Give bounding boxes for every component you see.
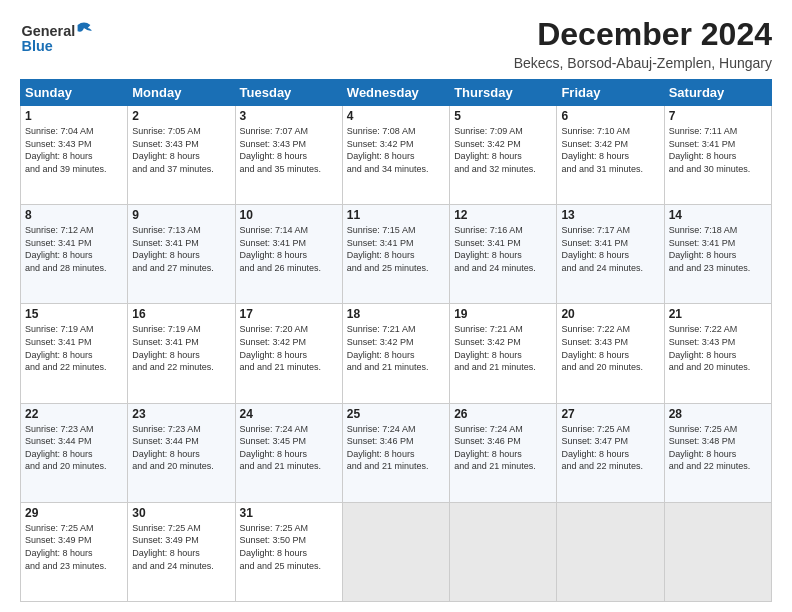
day-number: 19 bbox=[454, 307, 552, 321]
day-info: Sunrise: 7:11 AMSunset: 3:41 PMDaylight:… bbox=[669, 125, 767, 175]
day-number: 2 bbox=[132, 109, 230, 123]
day-info: Sunrise: 7:24 AMSunset: 3:46 PMDaylight:… bbox=[347, 423, 445, 473]
table-row bbox=[557, 502, 664, 601]
table-row: 29 Sunrise: 7:25 AMSunset: 3:49 PMDaylig… bbox=[21, 502, 128, 601]
day-number: 21 bbox=[669, 307, 767, 321]
day-info: Sunrise: 7:24 AMSunset: 3:45 PMDaylight:… bbox=[240, 423, 338, 473]
header-row: Sunday Monday Tuesday Wednesday Thursday… bbox=[21, 80, 772, 106]
day-number: 3 bbox=[240, 109, 338, 123]
table-row: 11 Sunrise: 7:15 AMSunset: 3:41 PMDaylig… bbox=[342, 205, 449, 304]
day-info: Sunrise: 7:25 AMSunset: 3:47 PMDaylight:… bbox=[561, 423, 659, 473]
title-area: December 2024 Bekecs, Borsod-Abauj-Zempl… bbox=[514, 16, 772, 71]
day-info: Sunrise: 7:24 AMSunset: 3:46 PMDaylight:… bbox=[454, 423, 552, 473]
table-row: 17 Sunrise: 7:20 AMSunset: 3:42 PMDaylig… bbox=[235, 304, 342, 403]
header: General Blue December 2024 Bekecs, Borso… bbox=[20, 16, 772, 71]
table-row: 23 Sunrise: 7:23 AMSunset: 3:44 PMDaylig… bbox=[128, 403, 235, 502]
col-saturday: Saturday bbox=[664, 80, 771, 106]
table-row bbox=[342, 502, 449, 601]
day-info: Sunrise: 7:08 AMSunset: 3:42 PMDaylight:… bbox=[347, 125, 445, 175]
calendar-week-1: 1 Sunrise: 7:04 AMSunset: 3:43 PMDayligh… bbox=[21, 106, 772, 205]
col-friday: Friday bbox=[557, 80, 664, 106]
table-row: 20 Sunrise: 7:22 AMSunset: 3:43 PMDaylig… bbox=[557, 304, 664, 403]
col-sunday: Sunday bbox=[21, 80, 128, 106]
day-number: 11 bbox=[347, 208, 445, 222]
table-row: 10 Sunrise: 7:14 AMSunset: 3:41 PMDaylig… bbox=[235, 205, 342, 304]
table-row: 16 Sunrise: 7:19 AMSunset: 3:41 PMDaylig… bbox=[128, 304, 235, 403]
table-row: 24 Sunrise: 7:24 AMSunset: 3:45 PMDaylig… bbox=[235, 403, 342, 502]
day-info: Sunrise: 7:20 AMSunset: 3:42 PMDaylight:… bbox=[240, 323, 338, 373]
table-row: 14 Sunrise: 7:18 AMSunset: 3:41 PMDaylig… bbox=[664, 205, 771, 304]
day-number: 17 bbox=[240, 307, 338, 321]
table-row: 15 Sunrise: 7:19 AMSunset: 3:41 PMDaylig… bbox=[21, 304, 128, 403]
table-row: 31 Sunrise: 7:25 AMSunset: 3:50 PMDaylig… bbox=[235, 502, 342, 601]
table-row: 7 Sunrise: 7:11 AMSunset: 3:41 PMDayligh… bbox=[664, 106, 771, 205]
table-row: 19 Sunrise: 7:21 AMSunset: 3:42 PMDaylig… bbox=[450, 304, 557, 403]
table-row: 22 Sunrise: 7:23 AMSunset: 3:44 PMDaylig… bbox=[21, 403, 128, 502]
day-info: Sunrise: 7:14 AMSunset: 3:41 PMDaylight:… bbox=[240, 224, 338, 274]
day-info: Sunrise: 7:16 AMSunset: 3:41 PMDaylight:… bbox=[454, 224, 552, 274]
table-row: 3 Sunrise: 7:07 AMSunset: 3:43 PMDayligh… bbox=[235, 106, 342, 205]
day-number: 20 bbox=[561, 307, 659, 321]
day-info: Sunrise: 7:25 AMSunset: 3:49 PMDaylight:… bbox=[25, 522, 123, 572]
table-row bbox=[664, 502, 771, 601]
day-number: 5 bbox=[454, 109, 552, 123]
day-info: Sunrise: 7:15 AMSunset: 3:41 PMDaylight:… bbox=[347, 224, 445, 274]
calendar-week-4: 22 Sunrise: 7:23 AMSunset: 3:44 PMDaylig… bbox=[21, 403, 772, 502]
svg-text:Blue: Blue bbox=[22, 38, 53, 54]
table-row: 4 Sunrise: 7:08 AMSunset: 3:42 PMDayligh… bbox=[342, 106, 449, 205]
day-number: 31 bbox=[240, 506, 338, 520]
day-number: 6 bbox=[561, 109, 659, 123]
table-row: 25 Sunrise: 7:24 AMSunset: 3:46 PMDaylig… bbox=[342, 403, 449, 502]
table-row: 2 Sunrise: 7:05 AMSunset: 3:43 PMDayligh… bbox=[128, 106, 235, 205]
table-row: 18 Sunrise: 7:21 AMSunset: 3:42 PMDaylig… bbox=[342, 304, 449, 403]
day-info: Sunrise: 7:05 AMSunset: 3:43 PMDaylight:… bbox=[132, 125, 230, 175]
day-info: Sunrise: 7:07 AMSunset: 3:43 PMDaylight:… bbox=[240, 125, 338, 175]
calendar-week-3: 15 Sunrise: 7:19 AMSunset: 3:41 PMDaylig… bbox=[21, 304, 772, 403]
table-row: 1 Sunrise: 7:04 AMSunset: 3:43 PMDayligh… bbox=[21, 106, 128, 205]
day-info: Sunrise: 7:22 AMSunset: 3:43 PMDaylight:… bbox=[669, 323, 767, 373]
table-row: 27 Sunrise: 7:25 AMSunset: 3:47 PMDaylig… bbox=[557, 403, 664, 502]
month-title: December 2024 bbox=[514, 16, 772, 53]
table-row: 5 Sunrise: 7:09 AMSunset: 3:42 PMDayligh… bbox=[450, 106, 557, 205]
table-row: 12 Sunrise: 7:16 AMSunset: 3:41 PMDaylig… bbox=[450, 205, 557, 304]
day-number: 30 bbox=[132, 506, 230, 520]
day-info: Sunrise: 7:19 AMSunset: 3:41 PMDaylight:… bbox=[132, 323, 230, 373]
day-number: 10 bbox=[240, 208, 338, 222]
day-number: 27 bbox=[561, 407, 659, 421]
day-info: Sunrise: 7:04 AMSunset: 3:43 PMDaylight:… bbox=[25, 125, 123, 175]
day-info: Sunrise: 7:21 AMSunset: 3:42 PMDaylight:… bbox=[454, 323, 552, 373]
day-info: Sunrise: 7:21 AMSunset: 3:42 PMDaylight:… bbox=[347, 323, 445, 373]
table-row: 6 Sunrise: 7:10 AMSunset: 3:42 PMDayligh… bbox=[557, 106, 664, 205]
day-number: 13 bbox=[561, 208, 659, 222]
day-number: 29 bbox=[25, 506, 123, 520]
day-info: Sunrise: 7:10 AMSunset: 3:42 PMDaylight:… bbox=[561, 125, 659, 175]
calendar-week-2: 8 Sunrise: 7:12 AMSunset: 3:41 PMDayligh… bbox=[21, 205, 772, 304]
table-row: 30 Sunrise: 7:25 AMSunset: 3:49 PMDaylig… bbox=[128, 502, 235, 601]
day-number: 9 bbox=[132, 208, 230, 222]
day-info: Sunrise: 7:19 AMSunset: 3:41 PMDaylight:… bbox=[25, 323, 123, 373]
calendar-body: 1 Sunrise: 7:04 AMSunset: 3:43 PMDayligh… bbox=[21, 106, 772, 602]
day-info: Sunrise: 7:25 AMSunset: 3:48 PMDaylight:… bbox=[669, 423, 767, 473]
day-number: 15 bbox=[25, 307, 123, 321]
location-subtitle: Bekecs, Borsod-Abauj-Zemplen, Hungary bbox=[514, 55, 772, 71]
col-thursday: Thursday bbox=[450, 80, 557, 106]
table-row: 28 Sunrise: 7:25 AMSunset: 3:48 PMDaylig… bbox=[664, 403, 771, 502]
day-number: 26 bbox=[454, 407, 552, 421]
calendar-table: Sunday Monday Tuesday Wednesday Thursday… bbox=[20, 79, 772, 602]
calendar-header: Sunday Monday Tuesday Wednesday Thursday… bbox=[21, 80, 772, 106]
day-number: 25 bbox=[347, 407, 445, 421]
table-row: 9 Sunrise: 7:13 AMSunset: 3:41 PMDayligh… bbox=[128, 205, 235, 304]
calendar-page: General Blue December 2024 Bekecs, Borso… bbox=[0, 0, 792, 612]
day-info: Sunrise: 7:12 AMSunset: 3:41 PMDaylight:… bbox=[25, 224, 123, 274]
day-number: 4 bbox=[347, 109, 445, 123]
svg-text:General: General bbox=[22, 23, 76, 39]
day-number: 28 bbox=[669, 407, 767, 421]
day-info: Sunrise: 7:17 AMSunset: 3:41 PMDaylight:… bbox=[561, 224, 659, 274]
day-info: Sunrise: 7:23 AMSunset: 3:44 PMDaylight:… bbox=[25, 423, 123, 473]
col-monday: Monday bbox=[128, 80, 235, 106]
day-number: 8 bbox=[25, 208, 123, 222]
day-info: Sunrise: 7:23 AMSunset: 3:44 PMDaylight:… bbox=[132, 423, 230, 473]
table-row: 21 Sunrise: 7:22 AMSunset: 3:43 PMDaylig… bbox=[664, 304, 771, 403]
day-number: 24 bbox=[240, 407, 338, 421]
day-info: Sunrise: 7:18 AMSunset: 3:41 PMDaylight:… bbox=[669, 224, 767, 274]
